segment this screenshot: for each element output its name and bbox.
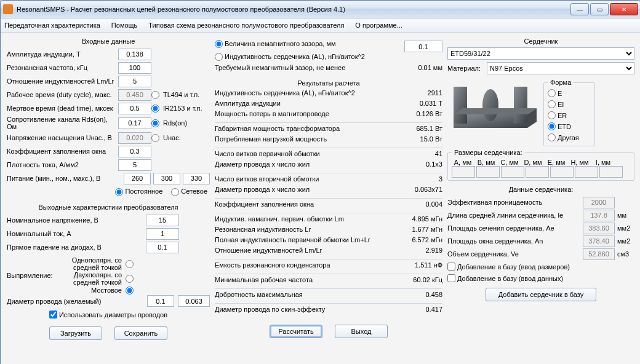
window-title: ResonantSMPS - Расчет резонансных цепей … <box>17 6 570 13</box>
label-kfill: Коэффициент заполнения окна <box>7 148 118 155</box>
save-button[interactable]: Сохранить <box>114 326 167 340</box>
label-rds: Сопротивление канала Rds(on), Ом <box>7 116 118 130</box>
app-icon <box>3 4 13 14</box>
radio-shape-etd[interactable] <box>548 122 556 130</box>
radio-shape-ei[interactable] <box>548 100 556 108</box>
radio-rdson[interactable] <box>151 119 159 127</box>
input-mu <box>583 197 615 208</box>
result-label: Потребляемая нагрузкой мощность <box>215 135 394 146</box>
input-ae <box>583 223 615 234</box>
result-value: 0.004 <box>394 200 442 211</box>
select-material[interactable]: N97 Epcos <box>487 62 634 74</box>
input-rds[interactable] <box>118 117 151 129</box>
label-vdiode: Прямое падение на диодах, В <box>7 243 146 251</box>
close-button[interactable]: ✕ <box>610 3 638 15</box>
menu-about[interactable]: О программе... <box>355 22 402 29</box>
input-dim <box>599 166 623 178</box>
label-wire: Диаметр провода (желаемый) <box>7 298 147 305</box>
input-dim <box>452 166 475 178</box>
result-value: 41 <box>394 150 442 160</box>
output-title: Выходные характеристики преобразователя <box>7 204 210 211</box>
titlebar: ResonantSMPS - Расчет резонансных цепей … <box>1 1 640 18</box>
check-add-dims[interactable] <box>447 263 455 271</box>
result-value: 6.572 мГн <box>394 236 442 247</box>
input-power-min[interactable] <box>124 173 151 184</box>
radio-shape-other[interactable] <box>548 133 556 141</box>
input-duty <box>118 89 151 101</box>
input-amp-b[interactable] <box>118 49 151 60</box>
result-label: Коэффициент заполнения окна <box>215 200 394 211</box>
radio-rect-single[interactable] <box>126 260 134 268</box>
result-value: 0.031 Т <box>394 100 442 110</box>
radio-ir2153[interactable] <box>151 105 159 113</box>
menu-transfer[interactable]: Передаточная характеристика <box>4 22 100 29</box>
result-label: Резонансная индуктивность Lr <box>215 226 394 236</box>
label-duty: Рабочее время (duty cycle), макс. <box>7 91 118 98</box>
radio-tl494[interactable] <box>151 91 159 99</box>
input-vdiode[interactable] <box>146 242 179 253</box>
radio-usat[interactable] <box>151 134 159 142</box>
minimize-button[interactable]: — <box>570 3 589 15</box>
core-image <box>447 77 540 138</box>
radio-rect-bridge[interactable] <box>126 287 134 295</box>
client-area: Входные данные Амплитуда индукции, Т Рез… <box>1 33 640 364</box>
radio-gap-al[interactable] <box>215 53 223 61</box>
result-value: 0.417 <box>394 306 442 316</box>
input-jdens[interactable] <box>118 159 151 171</box>
radio-gap-mm[interactable] <box>215 40 223 48</box>
label-vnom: Номинальное напряжение, В <box>7 216 146 224</box>
radio-ac[interactable] <box>171 188 179 196</box>
label-usat: Напряжение насыщения Uнас., В <box>7 134 118 141</box>
results-list: Индуктивность сердечника (AL), нГн/виток… <box>215 89 442 316</box>
input-kfill[interactable] <box>118 146 151 157</box>
calc-button[interactable]: Рассчитать <box>270 325 322 338</box>
label-fres: Резонансная частота, кГц <box>7 64 118 71</box>
result-label: Амплитуда индукции <box>215 100 394 110</box>
dims-group: Размеры сердечника: A, ммB, ммC, ммD, мм… <box>447 149 634 181</box>
input-vnom[interactable] <box>146 215 179 226</box>
label-lmlr: Отношение индуктивностей Lm/Lr <box>7 77 118 85</box>
exit-button[interactable]: Выход <box>335 325 388 338</box>
menu-schematic[interactable]: Типовая схема резонансного полумостового… <box>148 22 344 29</box>
maximize-button[interactable]: ▭ <box>590 3 609 15</box>
svg-point-3 <box>482 89 498 121</box>
radio-shape-e[interactable] <box>548 89 556 97</box>
label-jdens: Плотность тока, А/мм2 <box>7 161 118 168</box>
radio-dc[interactable] <box>115 188 123 196</box>
input-wire1[interactable] <box>147 295 174 307</box>
result-value: 0.458 <box>394 291 442 301</box>
input-an <box>583 235 615 247</box>
input-wire2[interactable] <box>178 295 210 307</box>
result-label: Индуктивность сердечника (AL), нГн/виток… <box>215 89 394 100</box>
result-label: Отношение индуктивностей Lm/Lr <box>215 247 394 257</box>
check-add-data[interactable] <box>447 274 455 282</box>
input-gap[interactable] <box>404 41 442 52</box>
result-label: Минимальная рабочая частота <box>215 276 394 287</box>
add-core-button[interactable]: Добавить сердечник в базу <box>486 288 596 301</box>
load-button[interactable]: Загрузить <box>49 326 102 340</box>
input-power-nom[interactable] <box>153 173 180 184</box>
radio-rect-dual[interactable] <box>126 275 134 283</box>
result-label: Число витков вторичной обмотки <box>215 175 394 186</box>
menu-help[interactable]: Помощь <box>111 22 138 29</box>
label-dead: Мертвое время (dead time), мксек <box>7 105 118 112</box>
result-value: 1.511 нФ <box>394 261 442 272</box>
input-lmlr[interactable] <box>118 76 151 87</box>
result-value: 2911 <box>394 89 442 100</box>
input-power-max[interactable] <box>183 173 210 184</box>
select-core[interactable]: ETD59/31/22 <box>447 47 634 60</box>
result-label: Диаметр провода x число жил <box>215 160 394 171</box>
input-usat <box>118 132 151 144</box>
input-inom[interactable] <box>146 228 179 240</box>
label-inom: Номинальный ток, А <box>7 230 146 237</box>
label-power: Питание (мин., ном., макс.), В <box>7 175 121 182</box>
result-label: Число витков первичной обмотки <box>215 150 394 160</box>
result-value: 685.1 Вт <box>394 125 442 135</box>
result-label: Мощность потерь в магнитопроводе <box>215 110 394 121</box>
input-dead[interactable] <box>118 103 151 114</box>
app-window: ResonantSMPS - Расчет резонансных цепей … <box>0 0 640 364</box>
radio-shape-er[interactable] <box>548 111 556 119</box>
check-use-dia[interactable] <box>49 311 57 318</box>
result-label: Добротность максимальная <box>215 291 394 301</box>
input-fres[interactable] <box>118 62 151 74</box>
